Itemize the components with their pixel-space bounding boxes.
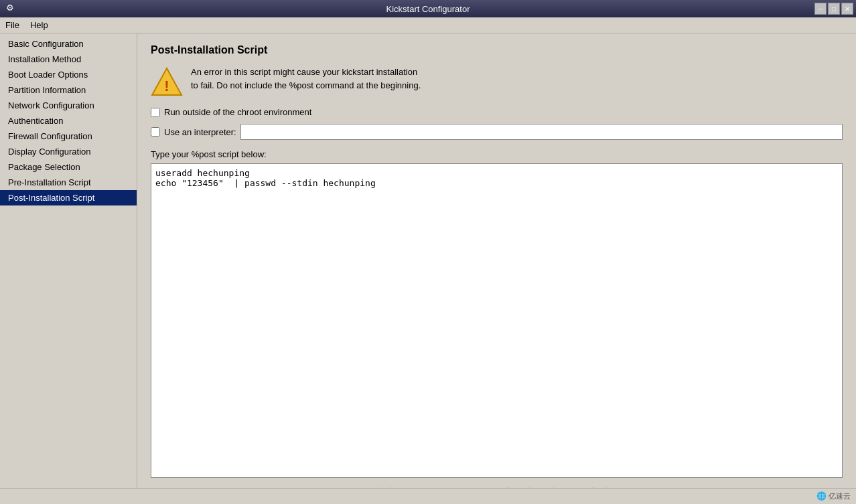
sidebar-item-post-installation-script[interactable]: Post-Installation Script bbox=[0, 190, 137, 205]
warning-text: An error in this script might cause your… bbox=[191, 66, 421, 92]
sidebar-item-display-configuration[interactable]: Display Configuration bbox=[0, 144, 137, 159]
logo-text: 🌐 亿速云 bbox=[816, 491, 851, 501]
close-button[interactable]: ✕ bbox=[841, 3, 853, 15]
warning-icon: ! bbox=[151, 66, 183, 98]
sidebar-item-network-configuration[interactable]: Network Configuration bbox=[0, 98, 137, 113]
main-container: Basic Configuration Installation Method … bbox=[0, 33, 856, 488]
minimize-button[interactable]: ─ bbox=[814, 3, 827, 15]
sidebar-item-basic-configuration[interactable]: Basic Configuration bbox=[0, 36, 137, 52]
sidebar-item-authentication[interactable]: Authentication bbox=[0, 113, 137, 129]
app-icon: ⚙ bbox=[4, 3, 16, 15]
interpreter-checkbox[interactable] bbox=[151, 127, 160, 137]
script-label: Type your %post script below: bbox=[151, 149, 843, 159]
chroot-checkbox-row: Run outside of the chroot environment bbox=[151, 107, 843, 117]
sidebar-item-boot-loader-options[interactable]: Boot Loader Options bbox=[0, 67, 137, 82]
content-area: Post-Installation Script ! An error in t… bbox=[137, 33, 856, 488]
sidebar: Basic Configuration Installation Method … bbox=[0, 33, 137, 488]
interpreter-row: Use an interpreter: bbox=[151, 124, 843, 140]
svg-text:!: ! bbox=[164, 78, 169, 94]
sidebar-item-installation-method[interactable]: Installation Method bbox=[0, 52, 137, 67]
bottombar: 🌐 亿速云 bbox=[0, 488, 856, 504]
menubar: File Help bbox=[0, 17, 856, 33]
script-textarea[interactable] bbox=[151, 163, 843, 478]
page-title: Post-Installation Script bbox=[151, 44, 843, 56]
sidebar-item-firewall-configuration[interactable]: Firewall Configuration bbox=[0, 129, 137, 144]
interpreter-input[interactable] bbox=[240, 124, 843, 140]
titlebar: ⚙ Kickstart Configurator ─ □ ✕ bbox=[0, 0, 856, 17]
sidebar-item-pre-installation-script[interactable]: Pre-Installation Script bbox=[0, 175, 137, 190]
menu-help[interactable]: Help bbox=[25, 19, 54, 31]
menu-file[interactable]: File bbox=[0, 19, 25, 31]
app-title: Kickstart Configurator bbox=[386, 4, 470, 14]
window-controls[interactable]: ─ □ ✕ bbox=[814, 3, 853, 15]
restore-button[interactable]: □ bbox=[828, 3, 840, 15]
sidebar-item-partition-information[interactable]: Partition Information bbox=[0, 82, 137, 98]
sidebar-item-package-selection[interactable]: Package Selection bbox=[0, 159, 137, 175]
chroot-label[interactable]: Run outside of the chroot environment bbox=[164, 107, 311, 117]
interpreter-label[interactable]: Use an interpreter: bbox=[164, 127, 236, 137]
warning-box: ! An error in this script might cause yo… bbox=[151, 66, 843, 98]
chroot-checkbox[interactable] bbox=[151, 108, 160, 117]
